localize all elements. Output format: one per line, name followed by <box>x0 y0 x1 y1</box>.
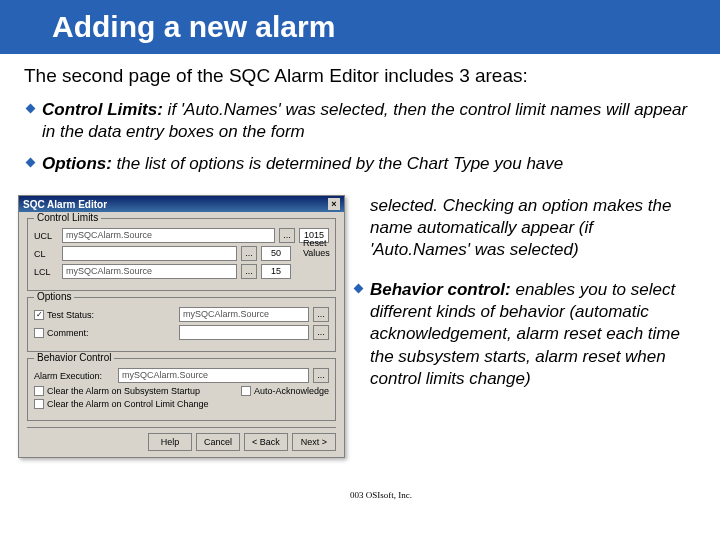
group-caption: Control Limits <box>34 212 101 223</box>
sqc-alarm-editor-dialog: SQC Alarm Editor × Control Limits UCL my… <box>18 195 345 458</box>
bullet-options-cont: selected. Checking an option makes the n… <box>352 195 697 261</box>
footer-text: 003 OSIsoft, Inc. <box>350 490 412 500</box>
input-lcl[interactable]: mySQCAlarm.Source <box>62 264 237 279</box>
browse-button[interactable]: ... <box>241 246 257 261</box>
browse-button[interactable]: ... <box>313 325 329 340</box>
close-icon[interactable]: × <box>328 198 340 210</box>
slide-title: Adding a new alarm <box>0 0 720 54</box>
label-auto-ack: Auto-Acknowledge <box>254 386 329 396</box>
intro-text: The second page of the SQC Alarm Editor … <box>24 64 696 89</box>
dialog-buttons: Help Cancel < Back Next > <box>27 427 336 451</box>
svg-rect-1 <box>26 157 36 167</box>
bullet-options: Options: the list of options is determin… <box>24 153 696 175</box>
diamond-icon <box>24 156 42 175</box>
next-button[interactable]: Next > <box>292 433 336 451</box>
value-cl[interactable]: 50 <box>261 246 291 261</box>
input-ucl[interactable]: mySQCAlarm.Source <box>62 228 275 243</box>
label-test-status: Test Status: <box>47 310 94 320</box>
checkbox-clear-startup[interactable] <box>34 386 44 396</box>
back-button[interactable]: < Back <box>244 433 288 451</box>
browse-button[interactable]: ... <box>313 307 329 322</box>
browse-button[interactable]: ... <box>313 368 329 383</box>
browse-button[interactable]: ... <box>241 264 257 279</box>
label-lcl: LCL <box>34 267 58 277</box>
checkbox-comment[interactable] <box>34 328 44 338</box>
diamond-icon <box>24 102 42 143</box>
group-caption: Options <box>34 291 74 302</box>
group-options: Options ✓Test Status: mySQCAlarm.Source … <box>27 297 336 352</box>
dialog-titlebar: SQC Alarm Editor × <box>19 196 344 212</box>
bullet-control-limits: Control Limits: if 'Auto.Names' was sele… <box>24 99 696 143</box>
label-ucl: UCL <box>34 231 58 241</box>
input-test-status[interactable]: mySQCAlarm.Source <box>179 307 309 322</box>
group-control-limits: Control Limits UCL mySQCAlarm.Source ...… <box>27 218 336 291</box>
reset-values-label: Reset Values <box>303 239 337 259</box>
input-cl[interactable] <box>62 246 237 261</box>
group-caption: Behavior Control <box>34 352 114 363</box>
label-clear-startup: Clear the Alarm on Subsystem Startup <box>47 386 200 396</box>
label-cl: CL <box>34 249 58 259</box>
browse-button[interactable]: ... <box>279 228 295 243</box>
dialog-title-text: SQC Alarm Editor <box>23 199 107 210</box>
checkbox-auto-ack[interactable] <box>241 386 251 396</box>
svg-rect-0 <box>26 103 36 113</box>
help-button[interactable]: Help <box>148 433 192 451</box>
group-behavior: Behavior Control Alarm Execution: mySQCA… <box>27 358 336 421</box>
label-clear-limit-change: Clear the Alarm on Control Limit Change <box>47 399 209 409</box>
input-comment[interactable] <box>179 325 309 340</box>
label-comment: Comment: <box>47 328 89 338</box>
input-alarm-execution[interactable]: mySQCAlarm.Source <box>118 368 309 383</box>
cancel-button[interactable]: Cancel <box>196 433 240 451</box>
checkbox-clear-limit-change[interactable] <box>34 399 44 409</box>
diamond-icon <box>352 282 370 389</box>
value-lcl[interactable]: 15 <box>261 264 291 279</box>
checkbox-test-status[interactable]: ✓ <box>34 310 44 320</box>
svg-rect-2 <box>354 284 364 294</box>
bullet-behavior: Behavior control: enables you to select … <box>352 279 697 389</box>
label-alarm-execution: Alarm Execution: <box>34 371 114 381</box>
